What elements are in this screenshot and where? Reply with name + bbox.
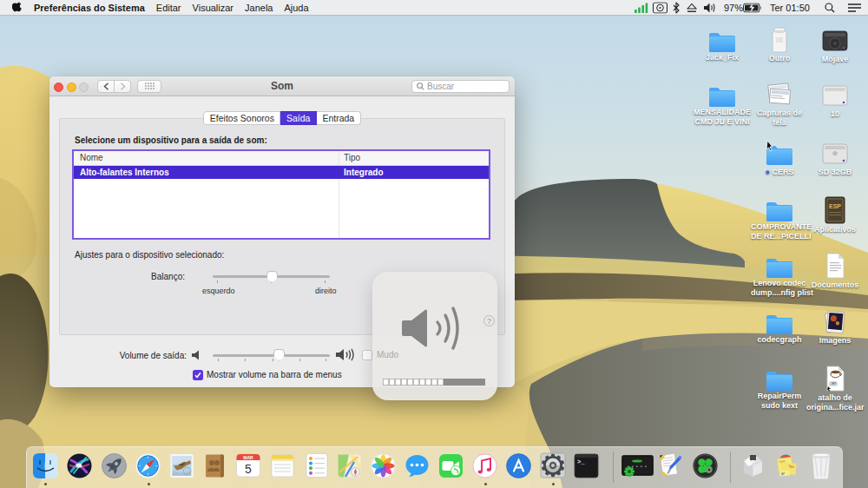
svg-text:■: ■ [641,465,642,468]
svg-text:>_: >_ [577,458,585,465]
svg-text:JAR: JAR [830,382,836,386]
svg-text:5: 5 [245,462,252,476]
svg-text:Tips: Tips [788,465,794,469]
svg-text:AP: AP [781,472,785,476]
svg-text:■: ■ [636,465,638,468]
svg-text:MAR: MAR [243,455,253,460]
svg-text:■: ■ [645,465,647,468]
svg-text:ESP: ESP [829,203,841,209]
